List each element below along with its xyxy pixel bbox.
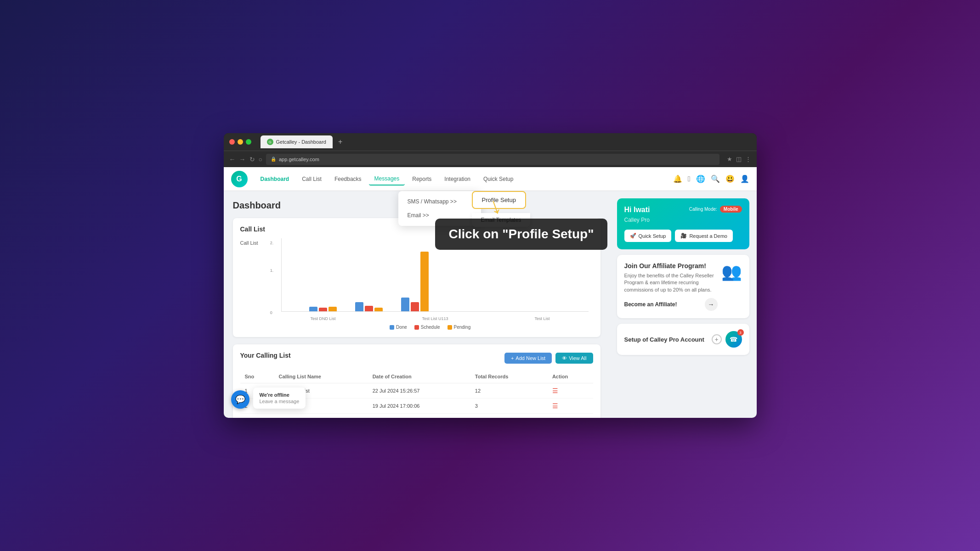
view-btn-label: View All: [569, 355, 586, 361]
right-panel: Hi Iwati Calling Mode: Mobile Calley Pro…: [610, 191, 757, 418]
y-label-2: 2.: [270, 241, 274, 245]
close-button[interactable]: [229, 139, 235, 145]
setup-title: Setup of Calley Pro Account: [624, 336, 704, 343]
legend-schedule: Schedule: [414, 325, 440, 330]
view-all-button[interactable]: 👁 View All: [555, 353, 593, 364]
tab-title: Getcalley - Dashboard: [276, 139, 326, 145]
nav-right: 🔔  🌐 🔍 😃 👤: [673, 174, 749, 183]
notification-icon[interactable]: 🔔: [673, 174, 682, 183]
nav-integration[interactable]: Integration: [439, 173, 476, 185]
chat-popup-subtitle: Leave a message: [260, 399, 300, 404]
cell-total-1: 12: [470, 383, 548, 399]
nav-calllist[interactable]: Call List: [296, 173, 327, 185]
cell-action-1[interactable]: ☰: [548, 383, 593, 399]
mode-badge: Mobile: [720, 206, 742, 213]
affiliate-title: Join Our Affiliate Program!: [624, 262, 718, 270]
plus-icon: +: [511, 355, 514, 361]
request-demo-button[interactable]: 🎥 Request a Demo: [675, 230, 733, 242]
bell-icon[interactable]: 😃: [725, 174, 735, 183]
tab-area: G Getcalley - Dashboard +: [261, 135, 751, 148]
affiliate-footer: Become an Affiliate! →: [624, 298, 718, 311]
quick-setup-button[interactable]: 🚀 Quick Setup: [624, 230, 672, 242]
legend-pending-dot: [448, 325, 452, 330]
legend-pending-label: Pending: [454, 325, 471, 330]
address-bar-icons: ★ ◫ ⋮: [727, 156, 751, 163]
chat-icon[interactable]: 💬: [231, 390, 249, 409]
apple-icon[interactable]: : [688, 175, 691, 183]
action-icon-2[interactable]: ☰: [552, 402, 558, 410]
bar-pending-1: [329, 307, 337, 311]
bar-pending-2: [374, 308, 383, 311]
url-text: app.getcalley.com: [279, 157, 319, 162]
col-sno: Sno: [240, 370, 274, 383]
chat-widget: 💬 We're offline Leave a message: [231, 388, 306, 409]
maximize-button[interactable]: [246, 139, 251, 145]
hi-buttons: 🚀 Quick Setup 🎥 Request a Demo: [624, 230, 742, 242]
setup-plus-icon[interactable]: +: [712, 334, 722, 344]
quick-setup-label: Quick Setup: [639, 233, 666, 239]
bar-done-2: [355, 302, 363, 311]
menu-icon[interactable]: ⋮: [745, 156, 751, 163]
home-button[interactable]: ○: [259, 156, 262, 163]
cell-action-2[interactable]: ☰: [548, 399, 593, 414]
extensions-icon[interactable]: ◫: [736, 156, 742, 163]
bar-done-3: [401, 298, 409, 311]
address-bar: ← → ↻ ○ 🔒 app.getcalley.com ★ ◫ ⋮: [224, 151, 757, 167]
table-head: Sno Calling List Name Date of Creation T…: [240, 370, 593, 383]
chat-popup-title: We're offline: [260, 392, 300, 398]
star-icon[interactable]: ★: [727, 156, 732, 163]
legend-pending: Pending: [448, 325, 471, 330]
globe-icon[interactable]: 🌐: [696, 174, 705, 183]
bar-schedule-2: [365, 306, 373, 311]
lock-icon: 🔒: [271, 157, 276, 162]
setup-card: Setup of Calley Pro Account + ☎ 3: [617, 324, 749, 355]
nav-dashboard[interactable]: Dashboard: [255, 173, 295, 185]
demo-label: Request a Demo: [689, 233, 727, 239]
logo: G: [231, 171, 248, 187]
url-bar[interactable]: 🔒 app.getcalley.com: [266, 154, 719, 165]
chat-popup: We're offline Leave a message: [253, 388, 306, 409]
col-date: Date of Creation: [368, 370, 470, 383]
calling-mode: Calling Mode: Mobile: [689, 206, 742, 213]
legend-schedule-dot: [414, 325, 419, 330]
affiliate-link[interactable]: Become an Affiliate!: [624, 301, 677, 308]
video-icon: 🎥: [680, 233, 687, 239]
add-btn-label: Add New List: [515, 355, 545, 361]
bar-group-2: [355, 252, 383, 311]
add-new-list-button[interactable]: + Add New List: [504, 353, 552, 364]
nav-bar: G Dashboard Call List Feedbacks Messages…: [224, 167, 757, 191]
search-icon[interactable]: 🔍: [711, 174, 720, 183]
affiliate-card: Join Our Affiliate Program! Enjoy the be…: [617, 255, 749, 318]
cell-date-1: 22 Jul 2024 15:26:57: [368, 383, 470, 399]
hi-name: Hi Iwati: [624, 206, 650, 214]
action-icon-1[interactable]: ☰: [552, 387, 558, 394]
eye-icon: 👁: [562, 355, 567, 361]
refresh-button[interactable]: ↻: [249, 156, 255, 163]
new-tab-button[interactable]: +: [334, 137, 346, 147]
calling-list-header: Your Calling List + Add New List 👁 View …: [240, 352, 593, 365]
legend-done-label: Done: [396, 325, 407, 330]
back-button[interactable]: ←: [229, 156, 236, 163]
nav-quicksetup[interactable]: Quick Setup: [478, 173, 519, 185]
nav-feedbacks[interactable]: Feedbacks: [329, 173, 367, 185]
nav-links: Dashboard Call List Feedbacks Messages R…: [255, 173, 519, 186]
page-content: Dashboard Call List Call List 2. 1. 0: [224, 191, 757, 418]
bar-pending-3: [420, 252, 429, 311]
active-tab[interactable]: G Getcalley - Dashboard: [261, 135, 333, 148]
affiliate-arrow[interactable]: →: [705, 298, 718, 311]
minimize-button[interactable]: [238, 139, 243, 145]
sms-whatsapp-item[interactable]: SMS / Whatsapp >>: [398, 195, 481, 208]
plan-name: Calley Pro: [624, 217, 742, 223]
nav-messages[interactable]: Messages: [369, 173, 405, 186]
x-label-2: Test List U113: [422, 316, 448, 321]
bar-group-3: [401, 252, 429, 311]
nav-reports[interactable]: Reports: [407, 173, 437, 185]
user-icon[interactable]: 👤: [740, 174, 749, 183]
legend-schedule-label: Schedule: [421, 325, 440, 330]
chart-legend: Done Schedule Pending: [267, 325, 593, 330]
chart-bars: [309, 252, 429, 311]
col-name: Calling List Name: [274, 370, 368, 383]
bar-schedule-3: [411, 302, 419, 311]
forward-button[interactable]: →: [239, 156, 246, 163]
y-label-1: 1.: [270, 268, 274, 273]
